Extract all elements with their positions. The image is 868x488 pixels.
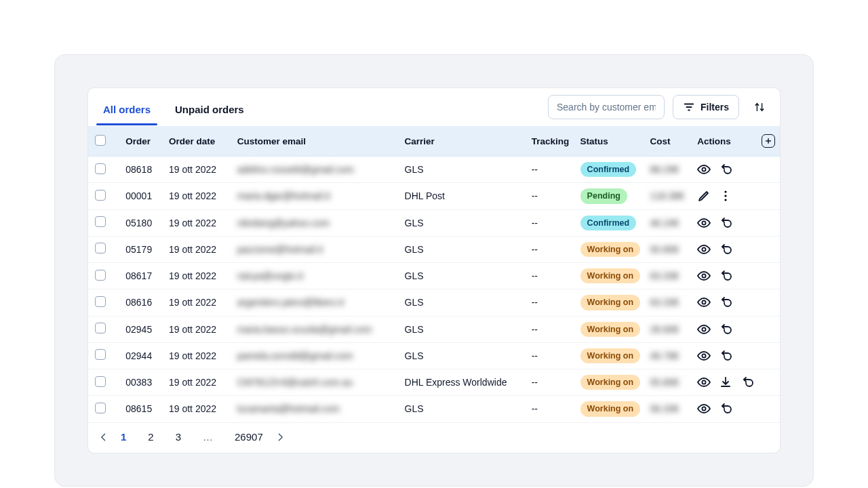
row-actions [697, 402, 773, 415]
cell-cost: 46.24€ [643, 209, 690, 236]
row-checkbox[interactable] [95, 323, 106, 333]
view-action[interactable] [697, 163, 711, 176]
undo-icon [719, 216, 732, 230]
cell-date: 19 ott 2022 [162, 316, 231, 342]
page-2[interactable]: 2 [148, 431, 153, 443]
col-carrier[interactable]: Carrier [398, 126, 525, 157]
undo-action[interactable] [741, 375, 754, 389]
view-action[interactable] [697, 375, 711, 389]
row-checkbox[interactable] [95, 190, 106, 201]
filters-button[interactable]: Filters [673, 95, 739, 119]
topbar: All orders Unpaid orders Filters [88, 88, 780, 126]
row-checkbox[interactable] [95, 403, 106, 413]
row-actions [697, 296, 773, 309]
view-action[interactable] [697, 323, 711, 336]
cell-status: Working on [574, 369, 644, 396]
tab-unpaid-orders[interactable]: Unpaid orders [172, 97, 247, 125]
undo-action[interactable] [719, 323, 732, 336]
cell-status: Working on [574, 396, 644, 422]
row-checkbox[interactable] [95, 270, 106, 281]
col-order-date[interactable]: Order date [162, 126, 231, 157]
menu-action[interactable] [719, 189, 732, 203]
undo-icon [719, 349, 732, 363]
view-action[interactable] [697, 402, 711, 415]
row-checkbox[interactable] [95, 349, 106, 360]
view-action[interactable] [697, 243, 711, 256]
cell-status: Working on [574, 263, 644, 289]
row-checkbox[interactable] [95, 376, 106, 387]
cell-order: 08615 [119, 396, 162, 422]
edit-action[interactable] [697, 189, 711, 203]
cell-carrier: GLS [398, 263, 525, 289]
cell-tracking: -- [525, 396, 574, 422]
undo-action[interactable] [719, 269, 732, 283]
row-actions [697, 323, 773, 336]
cell-carrier: GLS [398, 396, 525, 422]
undo-action[interactable] [719, 349, 732, 363]
table-row: 0517919 ott 2022paccione@hotmail.itGLS--… [88, 236, 780, 262]
undo-action[interactable] [719, 243, 732, 256]
cell-cost: 63.33€ [643, 289, 690, 316]
select-all-checkbox[interactable] [95, 135, 106, 146]
view-action[interactable] [697, 349, 711, 363]
cell-tracking: -- [525, 236, 574, 262]
table-row: 0861619 ott 2022argentiero.piero@libero.… [88, 289, 780, 316]
table-row: 0294519 ott 2022maria.basso.scuola@gmail… [88, 316, 780, 342]
add-column-button[interactable]: ＋ [762, 134, 775, 148]
cell-email: lucamarta@hotmail.com [231, 396, 398, 422]
col-tracking[interactable]: Tracking [525, 126, 574, 157]
page-last[interactable]: 26907 [235, 431, 263, 443]
page-3[interactable]: 3 [176, 431, 181, 443]
undo-action[interactable] [719, 402, 732, 415]
undo-icon [719, 323, 732, 336]
cell-carrier: GLS [398, 316, 525, 342]
row-checkbox[interactable] [95, 296, 106, 307]
download-icon [719, 375, 732, 389]
undo-action[interactable] [719, 163, 732, 176]
row-checkbox[interactable] [95, 216, 106, 227]
table-row: 0294419 ott 2022pamela.sorodd@gmail.comG… [88, 342, 780, 369]
page-prev[interactable] [98, 431, 110, 443]
table-row: 0861519 ott 2022lucamarta@hotmail.comGLS… [88, 396, 780, 422]
cell-order: 08617 [119, 263, 162, 289]
undo-action[interactable] [719, 296, 732, 309]
page-next[interactable] [274, 431, 286, 443]
col-order[interactable]: Order [119, 126, 162, 157]
sort-icon [753, 101, 766, 113]
orders-panel: All orders Unpaid orders Filters [87, 87, 781, 453]
row-actions [697, 216, 773, 230]
table-header-row: Order Order date Customer email Carrier … [88, 126, 780, 157]
cell-order: 02944 [119, 342, 162, 369]
download-action[interactable] [719, 375, 732, 389]
cell-email: adelino.rossetti@gmail.com [231, 157, 398, 183]
col-cost[interactable]: Cost [643, 126, 690, 157]
sort-button[interactable] [747, 95, 772, 119]
filter-icon [683, 101, 695, 113]
row-checkbox[interactable] [95, 243, 106, 253]
row-checkbox[interactable] [95, 163, 106, 174]
cell-cost: 88.29€ [643, 157, 690, 183]
view-icon [697, 243, 711, 256]
view-action[interactable] [697, 296, 711, 309]
tabs: All orders Unpaid orders [96, 97, 247, 125]
view-action[interactable] [697, 216, 711, 230]
view-action[interactable] [697, 269, 711, 283]
col-customer-email[interactable]: Customer email [231, 126, 398, 157]
table-row: 0861819 ott 2022adelino.rossetti@gmail.c… [88, 157, 780, 183]
undo-action[interactable] [719, 216, 732, 230]
cell-tracking: -- [525, 369, 574, 396]
cell-tracking: -- [525, 289, 574, 316]
col-actions: Actions [690, 126, 755, 157]
search-input[interactable] [548, 95, 665, 119]
cell-carrier: GLS [398, 289, 525, 316]
cell-order: 05180 [119, 209, 162, 236]
page-1[interactable]: 1 [121, 431, 126, 443]
table-row: 0000119 ott 2022maria.dgar@hotmail.itDHL… [88, 183, 780, 209]
row-actions [697, 349, 773, 363]
tab-all-orders[interactable]: All orders [100, 97, 153, 125]
table-row: 0518019 ott 2022nikoberg@yahoo.comGLS--C… [88, 209, 780, 236]
col-status[interactable]: Status [574, 126, 644, 157]
cell-status: Working on [574, 236, 644, 262]
row-actions [697, 189, 773, 203]
cell-date: 19 ott 2022 [162, 369, 231, 396]
